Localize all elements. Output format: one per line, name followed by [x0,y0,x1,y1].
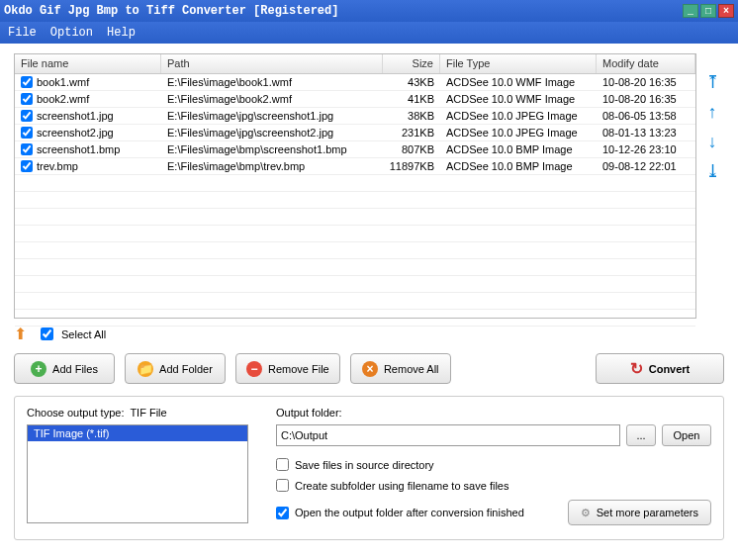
up-folder-icon[interactable]: ⬆ [14,325,27,343]
table-row[interactable]: screenshot1.bmpE:\Files\image\bmp\screen… [15,141,695,158]
table-row[interactable]: screenshot2.jpgE:\Files\image\jpg\screen… [15,125,695,141]
row-checkbox[interactable] [21,110,33,122]
menu-file[interactable]: File [8,26,37,40]
row-filename: trev.bmp [37,160,78,172]
move-down-icon[interactable]: ↓ [708,133,717,150]
col-path[interactable]: Path [161,54,383,73]
table-row[interactable]: screenshot1.jpgE:\Files\image\jpg\screen… [15,108,695,125]
browse-button[interactable]: ... [626,424,656,446]
output-folder-input[interactable] [276,424,620,446]
move-top-icon[interactable]: ⤒ [705,73,720,91]
row-size: 38KB [383,108,440,124]
output-type-list[interactable]: TIF Image (*.tif) [27,424,248,523]
table-row[interactable] [15,293,695,310]
row-date: 10-12-26 23:10 [597,141,695,157]
row-checkbox[interactable] [21,76,33,88]
remove-file-button[interactable]: −Remove File [235,353,340,384]
table-row[interactable] [15,259,695,276]
remove-all-button[interactable]: ×Remove All [350,353,451,384]
table-row[interactable] [15,209,695,226]
row-path: E:\Files\image\bmp\trev.bmp [161,158,383,174]
table-row[interactable] [15,242,695,259]
row-type: ACDSee 10.0 JPEG Image [440,108,597,124]
close-button[interactable]: × [718,4,734,18]
select-all-checkbox[interactable] [41,327,53,340]
file-list: File name Path Size File Type Modify dat… [14,53,696,319]
folder-icon: 📁 [138,361,153,377]
create-subfolder-checkbox[interactable] [276,479,289,492]
row-checkbox[interactable] [21,127,33,139]
row-filename: book2.wmf [37,93,89,105]
table-row[interactable] [15,310,695,327]
row-size: 41KB [383,91,440,107]
row-filename: screenshot1.jpg [37,110,114,122]
reorder-buttons: ⤒ ↑ ↓ ⤓ [700,53,724,319]
open-folder-button[interactable]: Open [662,424,711,446]
row-date: 09-08-12 22:01 [597,158,695,174]
row-checkbox[interactable] [21,93,33,105]
x-icon: × [362,361,378,377]
table-row[interactable] [15,276,695,293]
row-checkbox[interactable] [21,160,33,172]
row-type: ACDSee 10.0 WMF Image [440,74,597,90]
gear-icon: ⚙ [581,507,591,519]
menu-option[interactable]: Option [50,26,93,40]
row-path: E:\Files\image\book1.wmf [161,74,383,90]
table-row[interactable]: book2.wmfE:\Files\image\book2.wmf41KBACD… [15,91,695,108]
output-type-value: TIF File [130,407,166,419]
col-modifydate[interactable]: Modify date [597,54,695,73]
row-checkbox[interactable] [21,143,33,155]
output-type-item[interactable]: TIF Image (*.tif) [28,425,247,441]
row-path: E:\Files\image\bmp\screenshot1.bmp [161,141,383,157]
move-bottom-icon[interactable]: ⤓ [705,162,720,180]
save-source-checkbox[interactable] [276,458,289,471]
table-row[interactable]: book1.wmfE:\Files\image\book1.wmf43KBACD… [15,74,695,91]
minimize-button[interactable]: _ [683,4,698,18]
row-date: 10-08-20 16:35 [597,91,695,107]
table-row[interactable]: trev.bmpE:\Files\image\bmp\trev.bmp11897… [15,158,695,175]
row-path: E:\Files\image\jpg\screenshot2.jpg [161,125,383,140]
row-path: E:\Files\image\book2.wmf [161,91,383,107]
row-date: 08-06-05 13:58 [597,108,695,124]
row-type: ACDSee 10.0 BMP Image [440,158,597,174]
row-path: E:\Files\image\jpg\screenshot1.jpg [161,108,383,124]
maximize-button[interactable]: □ [700,4,716,18]
row-date: 10-08-20 16:35 [597,74,695,90]
convert-button[interactable]: ↻Convert [596,353,724,384]
output-folder-label: Output folder: [276,407,711,419]
row-filename: screenshot1.bmp [37,143,120,155]
more-parameters-button[interactable]: ⚙Set more parameters [568,500,711,525]
title-bar: Okdo Gif Jpg Bmp to Tiff Converter [Regi… [0,0,738,22]
add-folder-button[interactable]: 📁Add Folder [125,353,226,384]
window-title: Okdo Gif Jpg Bmp to Tiff Converter [Regi… [4,4,683,18]
list-headers: File name Path Size File Type Modify dat… [15,54,695,74]
row-type: ACDSee 10.0 WMF Image [440,91,597,107]
row-size: 11897KB [383,158,440,174]
save-source-label: Save files in source directory [295,459,434,471]
add-files-button[interactable]: +Add Files [14,353,115,384]
col-filename[interactable]: File name [15,54,161,73]
list-rows: book1.wmfE:\Files\image\book1.wmf43KBACD… [15,74,695,318]
table-row[interactable] [15,226,695,242]
select-all-label: Select All [61,328,106,340]
minus-icon: − [246,361,262,377]
row-size: 231KB [383,125,440,140]
col-size[interactable]: Size [383,54,440,73]
col-filetype[interactable]: File Type [440,54,597,73]
menu-bar: File Option Help [0,22,738,44]
plus-icon: + [31,361,46,377]
open-after-label: Open the output folder after conversion … [295,507,524,518]
row-filename: book1.wmf [37,76,89,88]
row-type: ACDSee 10.0 BMP Image [440,141,597,157]
create-subfolder-label: Create subfolder using filename to save … [295,480,508,492]
menu-help[interactable]: Help [107,26,136,40]
row-size: 807KB [383,141,440,157]
output-type-label: Choose output type: [27,407,124,419]
move-up-icon[interactable]: ↑ [708,103,717,121]
row-date: 08-01-13 13:23 [597,125,695,140]
table-row[interactable] [15,192,695,209]
table-row[interactable] [15,175,695,192]
open-after-checkbox[interactable] [276,507,289,519]
row-size: 43KB [383,74,440,90]
row-filename: screenshot2.jpg [37,127,114,139]
